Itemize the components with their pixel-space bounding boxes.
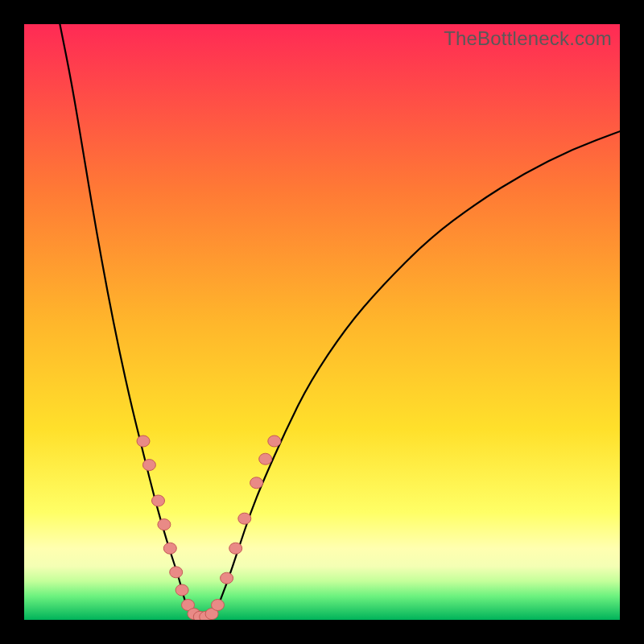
scatter-dot [142,460,155,471]
scatter-dot [152,495,165,506]
scatter-dot [137,436,150,447]
scatter-dot [229,543,242,554]
scatter-dot [175,584,188,596]
scatter-dot [259,453,272,464]
v-curve [60,24,620,617]
curve-layer [24,24,620,620]
scatter-dot [212,600,225,611]
scatter-dot [238,513,251,524]
bottleneck-curve [60,24,620,617]
scatter-dot [170,567,183,578]
chart-frame: TheBottleneck.com [0,0,644,644]
scatter-dot [268,436,281,447]
scatter-dot [221,572,233,584]
plot-area: TheBottleneck.com [24,24,620,620]
scatter-dot [163,543,176,554]
scatter-dot [250,477,263,489]
scatter-dots [137,436,281,620]
scatter-dot [158,519,171,530]
